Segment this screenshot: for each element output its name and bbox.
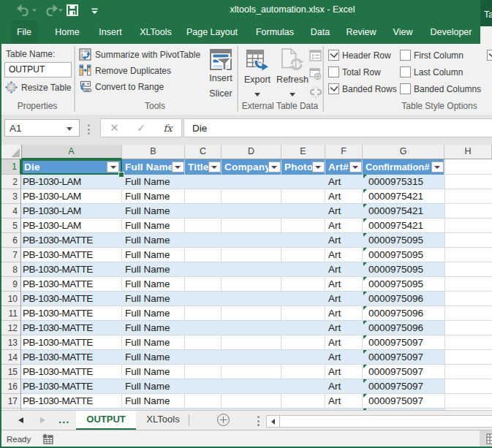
row-header-3[interactable]: 3 [1,189,20,204]
row-header-7[interactable]: 7 [1,248,20,262]
cell[interactable]: PB-1030-MATTE [21,335,122,349]
cell[interactable]: 0000975097 [363,394,444,408]
ribbon-tab-developer[interactable]: Developer [431,20,472,44]
cell[interactable]: Art [325,379,363,393]
export-button[interactable]: Export [243,48,271,96]
cancel-icon[interactable]: ✕ [110,121,119,134]
cell[interactable]: Full Name [122,219,185,232]
cell[interactable]: 0000975421 [363,204,444,218]
filter-button-checkbox-partial[interactable] [487,50,492,61]
cell[interactable]: Art [325,219,363,232]
cell[interactable]: PB-1030-MATTE [21,233,122,247]
insert-slicer-button[interactable]: Insert Slicer [207,48,235,101]
column-header-B[interactable]: B [122,145,185,159]
fill-handle[interactable] [118,172,124,178]
cell[interactable]: Art [325,292,363,305]
summarize-with-pivottable-button[interactable]: Summarize with PivotTable [79,48,200,61]
cell[interactable]: Art [325,248,363,262]
row-header-6[interactable]: 6 [1,233,20,248]
filter-dropdown-icon[interactable] [431,162,444,172]
table-name-input[interactable] [4,62,72,77]
cell[interactable]: 0000975315 [363,175,444,189]
cell[interactable]: PB-1030-MATTE [21,292,122,305]
column-header-F[interactable]: F [325,145,363,159]
cell[interactable]: 0000975095 [363,248,444,262]
ribbon-tab-review[interactable]: Review [347,20,376,44]
table-header-company[interactable]: Company [222,159,281,175]
cell[interactable]: 0000975097 [363,365,444,379]
cell[interactable]: Full Name [122,248,185,262]
filter-dropdown-icon[interactable] [312,162,325,172]
cell[interactable]: Full Name [122,262,185,276]
data-range-properties-button[interactable] [309,50,322,65]
cell[interactable]: Full Name [122,175,185,189]
filter-dropdown-icon[interactable] [208,162,221,172]
ribbon-tab-data[interactable]: Data [311,20,330,44]
filter-dropdown-icon[interactable] [349,162,362,172]
ribbon-tab-page-layout[interactable]: Page Layout [186,20,238,44]
ribbon-tab-formulas[interactable]: Formulas [256,20,294,44]
cell[interactable]: Art [325,350,363,364]
cell[interactable]: 0000975095 [363,277,444,291]
table-header-art-[interactable]: Art# [325,159,363,175]
convert-to-range-button[interactable]: Convert to Range [79,80,164,93]
new-sheet-button[interactable] [217,414,230,426]
cell[interactable]: Full Name [122,233,185,247]
cell[interactable]: Art [325,394,363,408]
column-header-G[interactable]: G [363,145,444,159]
cell[interactable]: 0000975095 [363,233,444,247]
cell[interactable]: PB-1030-MATTE [21,321,122,335]
cell[interactable]: Art [325,262,363,276]
ribbon-tab-home[interactable]: Home [55,20,79,44]
cell[interactable]: Full Name [122,306,185,320]
open-in-browser-button[interactable] [309,68,322,83]
column-header-H[interactable]: H [444,145,492,159]
cell[interactable]: Art [325,277,363,291]
insert-function-icon[interactable]: fx [164,123,173,134]
cell[interactable]: 0000975097 [363,350,444,364]
cell[interactable]: Art [325,321,363,335]
row-header-10[interactable]: 10 [1,292,20,306]
row-header-15[interactable]: 15 [1,365,20,379]
record-macro-button[interactable] [42,433,54,448]
formula-bar-splitter[interactable] [88,124,90,134]
horizontal-scrollbar[interactable] [266,415,492,428]
cell[interactable]: 0000975095 [363,262,444,276]
row-header-1[interactable]: 1 [1,159,21,175]
cell[interactable]: PB-1030-MATTE [21,394,122,408]
cell[interactable]: Full Name [122,321,185,335]
name-box[interactable]: A1 [4,119,80,137]
cell[interactable]: PB-1030-MATTE [21,365,122,379]
cell[interactable]: Art [325,204,363,218]
ribbon-tab-insert[interactable]: Insert [99,20,121,44]
tab-design-partial[interactable] [480,26,492,44]
table-header-full-name[interactable]: Full Name [122,159,185,175]
row-header-8[interactable]: 8 [1,262,20,277]
more-sheets-button[interactable]: ... [58,413,70,425]
cell[interactable]: PB-1030-LAM [21,189,122,203]
filter-dropdown-icon[interactable] [268,162,281,172]
cell[interactable]: PB-1030-LAM [21,204,122,218]
sheet-tab-output[interactable]: OUTPUT [76,411,136,430]
cell[interactable]: 0000975096 [363,321,444,335]
normal-view-button-partial[interactable] [480,430,492,447]
row-header-16[interactable]: 16 [1,379,20,394]
cell[interactable]: Art [325,233,363,247]
cell[interactable]: Full Name [122,335,185,349]
row-header-12[interactable]: 12 [1,321,20,335]
row-header-11[interactable]: 11 [1,306,20,321]
unlink-button[interactable] [309,86,322,102]
checkbox-banded-columns[interactable]: Banded Columns [400,83,481,94]
table-header-confirmation-[interactable]: Confirmation# [363,159,444,175]
cell[interactable]: 0000975097 [363,379,444,393]
cell[interactable]: 0000975421 [363,189,444,203]
table-header-title[interactable]: Title [185,159,222,175]
cell[interactable]: Full Name [122,277,185,291]
cell[interactable]: PB-1030-LAM [21,219,122,232]
column-header-E[interactable]: E [281,145,325,159]
row-header-5[interactable]: 5 [1,219,20,233]
ribbon-tab-xltools[interactable]: XLTools [140,20,172,44]
checkbox-last-column[interactable]: Last Column [400,67,463,77]
checkbox-header-row[interactable]: Header Row [328,50,391,61]
cell[interactable]: PB-1030-LAM [21,175,122,189]
